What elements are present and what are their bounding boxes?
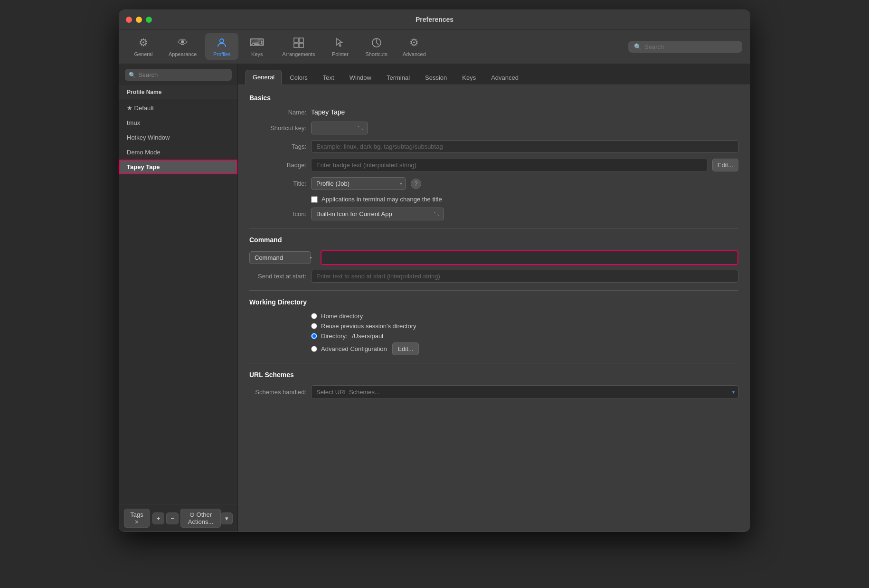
sidebar-search-area: 🔍 (119, 64, 237, 86)
change-title-label: Applications in terminal may change the … (321, 196, 442, 203)
keyboard-icon: ⌨ (250, 36, 264, 49)
sidebar: 🔍 Profile Name ★ Default tmux Hotkey Win… (119, 64, 238, 531)
url-schemes-row: Schemes handled: Select URL Schemes... ▾ (249, 385, 738, 399)
toolbar-label-profiles: Profiles (213, 51, 231, 57)
svg-point-0 (220, 39, 224, 43)
main-content: 🔍 Profile Name ★ Default tmux Hotkey Win… (119, 64, 750, 531)
radio-advanced-config: Advanced Configuration Edit... (311, 342, 738, 355)
tab-general[interactable]: General (246, 70, 282, 85)
command-type-wrapper: Command ▾ (249, 251, 316, 264)
icon-dropdown[interactable]: Built-in Icon for Current App (311, 208, 444, 220)
command-input[interactable]: bash ~/c/steno_tape/bin/run-tape-feed.sh… (321, 250, 738, 265)
toolbar-item-advanced[interactable]: ⚙ Advanced (396, 33, 433, 60)
send-text-label: Send text at start: (249, 273, 306, 280)
advanced-config-edit-button[interactable]: Edit... (392, 342, 418, 355)
send-text-input[interactable] (311, 270, 738, 283)
profile-item-hotkey[interactable]: Hotkey Window (119, 130, 237, 145)
shortcut-dropdown[interactable] (311, 122, 368, 134)
send-text-row: Send text at start: (249, 270, 738, 283)
divider-2 (249, 290, 738, 291)
radio-group-working-dir: Home directory Reuse previous session's … (311, 313, 738, 355)
url-schemes-dropdown[interactable]: Select URL Schemes... (311, 385, 738, 399)
toolbar-item-appearance[interactable]: 👁 Appearance (162, 33, 203, 60)
radio-custom-label: Directory: /Users/paul (321, 332, 383, 340)
profile-item-demo[interactable]: Demo Mode (119, 145, 237, 160)
tab-window[interactable]: Window (342, 70, 378, 85)
profile-item-tapey[interactable]: Tapey Tape (119, 160, 237, 174)
settings-content: Basics Name: Tapey Tape Shortcut key: ⌃⌄ (238, 85, 750, 531)
radio-home: Home directory (311, 313, 738, 320)
name-label: Name: (249, 109, 306, 116)
advanced-icon: ⚙ (407, 36, 421, 49)
tab-advanced[interactable]: Advanced (484, 70, 526, 85)
toolbar-item-arrangements[interactable]: Arrangements (275, 33, 321, 60)
pointer-icon (333, 36, 347, 49)
working-dir-title: Working Directory (249, 298, 738, 306)
name-row: Name: Tapey Tape (249, 108, 738, 116)
tags-row: Tags: (249, 140, 738, 153)
sidebar-footer: Tags > + − ⊙ Other Actions... ▾ (119, 504, 237, 531)
command-type-dropdown[interactable]: Command (249, 251, 311, 264)
toolbar-search-input[interactable] (644, 43, 737, 50)
change-title-checkbox[interactable] (311, 196, 318, 203)
command-section-title: Command (249, 236, 738, 244)
other-actions-dropdown-button[interactable]: ▾ (221, 512, 233, 524)
shortcut-row: Shortcut key: ⌃⌄ (249, 122, 738, 134)
toolbar: ⚙ General 👁 Appearance Profiles ⌨ Keys (119, 29, 750, 64)
other-actions-label: ⊙ Other Actions... (185, 511, 217, 525)
toolbar-item-pointer[interactable]: Pointer (323, 33, 357, 60)
tab-colors[interactable]: Colors (283, 70, 315, 85)
url-schemes-dropdown-wrapper: Select URL Schemes... ▾ (311, 385, 738, 399)
badge-input[interactable] (311, 159, 708, 171)
profile-list: ★ Default tmux Hotkey Window Demo Mode T… (119, 99, 237, 504)
other-actions-button[interactable]: ⊙ Other Actions... (180, 509, 221, 528)
toolbar-item-keys[interactable]: ⌨ Keys (240, 33, 274, 60)
toolbar-label-advanced: Advanced (403, 51, 426, 57)
toolbar-label-appearance: Appearance (169, 51, 197, 57)
toolbar-items: ⚙ General 👁 Appearance Profiles ⌨ Keys (127, 33, 628, 60)
arrangements-icon (292, 36, 305, 49)
shortcut-label: Shortcut key: (249, 124, 306, 132)
title-dropdown[interactable]: Profile (Job) (311, 177, 406, 190)
sidebar-search-input[interactable] (138, 71, 228, 78)
radio-reuse-input[interactable] (311, 323, 317, 329)
radio-home-label: Home directory (321, 313, 363, 320)
remove-profile-button[interactable]: − (166, 512, 179, 524)
command-section: Command ▾ bash ~/c/steno_tape/bin/run-ta… (249, 250, 738, 283)
toolbar-label-pointer: Pointer (332, 51, 349, 57)
divider-3 (249, 363, 738, 363)
tab-text[interactable]: Text (316, 70, 341, 85)
tags-button[interactable]: Tags > (124, 509, 150, 528)
detail-panel: General Colors Text Window Terminal Sess… (238, 64, 750, 531)
basics-section-title: Basics (249, 94, 738, 102)
profile-item-default[interactable]: ★ Default (119, 101, 237, 115)
title-help-button[interactable]: ? (411, 179, 421, 189)
add-profile-button[interactable]: + (152, 512, 165, 524)
minimize-button[interactable] (136, 17, 142, 23)
tags-label: Tags: (249, 143, 306, 150)
sidebar-search-inner[interactable]: 🔍 (125, 69, 232, 81)
tab-keys[interactable]: Keys (455, 70, 483, 85)
close-button[interactable] (126, 17, 132, 23)
tab-terminal[interactable]: Terminal (379, 70, 417, 85)
toolbar-item-general[interactable]: ⚙ General (127, 33, 160, 60)
tags-input[interactable] (311, 140, 738, 153)
badge-edit-button[interactable]: Edit... (712, 159, 738, 171)
tab-session[interactable]: Session (418, 70, 454, 85)
title-dropdown-wrapper: Profile (Job) ▾ (311, 177, 406, 190)
radio-reuse: Reuse previous session's directory (311, 322, 738, 330)
maximize-button[interactable] (146, 17, 152, 23)
toolbar-search[interactable]: 🔍 (628, 41, 742, 53)
window-title: Preferences (416, 16, 453, 23)
schemes-label: Schemes handled: (249, 389, 306, 396)
toolbar-item-shortcuts[interactable]: Shortcuts (359, 33, 394, 60)
svg-rect-2 (299, 38, 303, 42)
radio-advanced-input[interactable] (311, 346, 317, 352)
toolbar-label-keys: Keys (251, 51, 263, 57)
radio-custom-input[interactable] (311, 333, 317, 339)
radio-home-input[interactable] (311, 313, 317, 319)
toolbar-item-profiles[interactable]: Profiles (205, 33, 238, 60)
title-label: Title: (249, 180, 306, 187)
profile-item-tmux[interactable]: tmux (119, 115, 237, 130)
badge-row: Badge: Edit... (249, 159, 738, 171)
